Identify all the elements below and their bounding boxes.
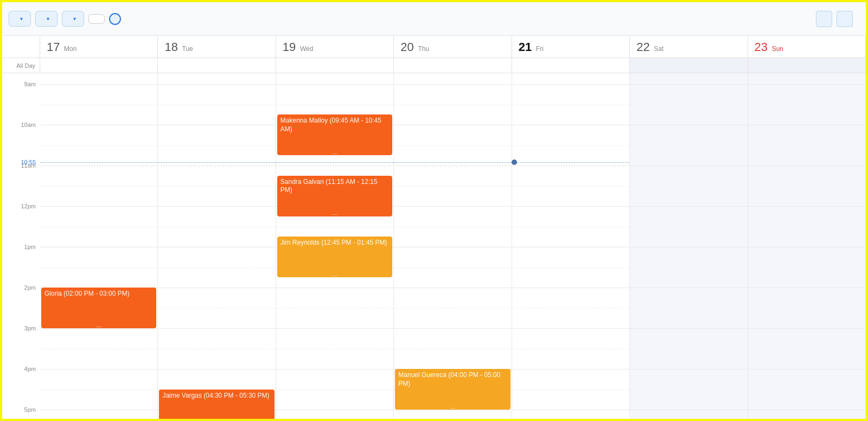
time-label-15: 3pm <box>24 325 36 331</box>
current-time-dot <box>512 160 517 165</box>
time-label-9: 9am <box>24 81 36 87</box>
event-evt6[interactable]: Manuel Guereca (04:00 PM - 05:00 PM)― <box>395 369 510 410</box>
time-label-10: 10am <box>21 122 36 128</box>
all-button[interactable]: ▾ <box>62 11 84 27</box>
event-evt3[interactable]: Jim Reynolds (12:45 PM - 01:45 PM)― <box>277 237 392 277</box>
event-resize-handle[interactable]: ― <box>328 152 341 155</box>
day-headers: 17 Mon 18 Tue 19 Wed 20 Thu 21 Fri 22 Sa… <box>2 36 866 58</box>
day-col-sun[interactable] <box>748 73 866 419</box>
allday-cell-wed <box>276 58 394 73</box>
day-header-wed: 19 Wed <box>276 36 394 58</box>
day-header-fri: 21 Fri <box>512 36 630 58</box>
allday-label: All Day <box>2 58 40 73</box>
time-label-14: 2pm <box>24 284 36 291</box>
toolbar: ▾ ▾ ▾ <box>2 2 866 36</box>
day-col-fri[interactable] <box>512 73 630 419</box>
calendar-wrapper: 17 Mon 18 Tue 19 Wed 20 Thu 21 Fri 22 Sa… <box>2 36 866 419</box>
event-resize-handle[interactable]: ― <box>92 326 105 328</box>
day-col-sat[interactable] <box>630 73 748 419</box>
time-label-12: 12pm <box>21 203 36 209</box>
allday-cell-mon <box>40 58 158 73</box>
event-resize-handle[interactable]: ― <box>328 214 341 216</box>
allday-row: All Day <box>2 58 866 73</box>
event-evt2[interactable]: Sandra Galvan (11:15 AM - 12:15 PM)― <box>277 176 392 216</box>
weekly-button[interactable]: ▾ <box>35 11 58 27</box>
day-col-mon[interactable]: Gloria (02:00 PM - 03:00 PM)― <box>40 73 158 419</box>
header-spacer <box>2 36 40 58</box>
allday-cell-sat <box>630 58 748 73</box>
time-label-13: 1pm <box>24 244 36 250</box>
day-header-sun: 23 Sun <box>748 36 866 58</box>
chevron-down-icon: ▾ <box>20 16 23 22</box>
day-header-tue: 18 Tue <box>158 36 276 58</box>
event-resize-handle[interactable]: ― <box>328 275 341 277</box>
time-column: 8am9am10am11am12pm1pm2pm3pm4pm5pm6pm7pm8… <box>2 73 40 419</box>
chevron-down-icon: ▾ <box>73 16 76 22</box>
day-col-wed[interactable]: Makenna Malloy (09:45 AM - 10:45 AM)―San… <box>276 73 394 419</box>
allday-cell-sun <box>748 58 866 73</box>
allday-cell-thu <box>394 58 512 73</box>
current-time-label: 10:55 <box>21 159 36 165</box>
prev-button[interactable] <box>816 11 832 27</box>
event-evt5[interactable]: Jaime Vargas (04:30 PM - 05:30 PM)― <box>159 390 274 419</box>
next-button[interactable] <box>837 11 853 27</box>
service-call-button[interactable]: ▾ <box>9 11 31 27</box>
event-evt1[interactable]: Makenna Malloy (09:45 AM - 10:45 AM)― <box>277 114 392 155</box>
time-label-16: 4pm <box>24 366 36 372</box>
allday-cell-tue <box>158 58 276 73</box>
event-resize-handle[interactable]: ― <box>446 407 459 410</box>
time-grid-scroll[interactable]: 8am9am10am11am12pm1pm2pm3pm4pm5pm6pm7pm8… <box>2 73 866 419</box>
day-col-tue[interactable]: Jaime Vargas (04:30 PM - 05:30 PM)― <box>158 73 276 419</box>
app-container: ▾ ▾ ▾ 17 Mon <box>2 2 866 419</box>
event-evt4[interactable]: Gloria (02:00 PM - 03:00 PM)― <box>41 288 156 328</box>
day-header-mon: 17 Mon <box>40 36 158 58</box>
time-grid: 8am9am10am11am12pm1pm2pm3pm4pm5pm6pm7pm8… <box>2 73 866 419</box>
help-icon[interactable] <box>109 13 121 25</box>
today-button[interactable] <box>88 14 105 24</box>
time-label-17: 5pm <box>24 406 36 413</box>
day-header-thu: 20 Thu <box>394 36 512 58</box>
day-col-thu[interactable]: Manuel Guereca (04:00 PM - 05:00 PM)―Mar… <box>394 73 512 419</box>
allday-cell-fri <box>512 58 630 73</box>
chevron-down-icon: ▾ <box>47 16 49 22</box>
day-header-sat: 22 Sat <box>630 36 748 58</box>
